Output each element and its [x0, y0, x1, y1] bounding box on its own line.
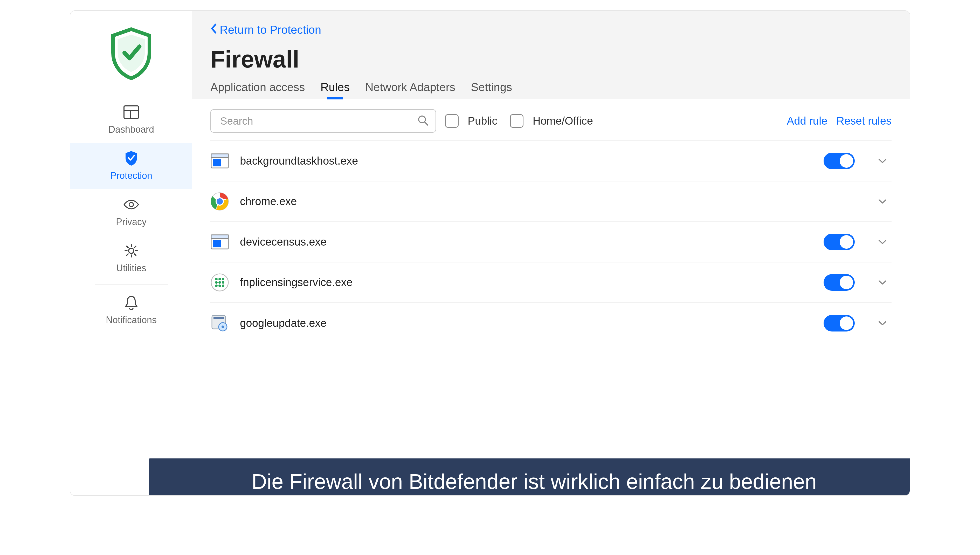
svg-point-22 — [222, 281, 224, 284]
sidebar-item-dashboard[interactable]: Dashboard — [70, 96, 192, 143]
dashboard-icon — [123, 104, 139, 120]
home-office-filter-label: Home/Office — [532, 115, 593, 127]
svg-point-19 — [222, 278, 224, 280]
svg-rect-8 — [211, 154, 228, 157]
tab-row: Application access Rules Network Adapter… — [210, 81, 892, 99]
eye-icon — [123, 196, 139, 213]
sidebar-item-label: Privacy — [116, 217, 147, 228]
reset-rules-link[interactable]: Reset rules — [836, 115, 892, 127]
rule-row: fnplicensingservice.exe — [210, 263, 892, 303]
svg-rect-0 — [124, 106, 139, 119]
sidebar-item-label: Dashboard — [109, 124, 154, 135]
expand-row[interactable] — [873, 280, 892, 285]
svg-point-3 — [129, 202, 133, 207]
search-input[interactable] — [210, 109, 436, 133]
rule-toggle[interactable] — [823, 152, 855, 169]
sidebar-item-label: Notifications — [106, 314, 157, 326]
rule-toggle[interactable] — [823, 234, 855, 250]
tab-rules[interactable]: Rules — [320, 81, 350, 99]
svg-rect-15 — [213, 240, 221, 247]
home-office-checkbox[interactable] — [510, 114, 523, 128]
tab-application-access[interactable]: Application access — [210, 81, 305, 99]
public-filter-label: Public — [468, 115, 497, 127]
caption-banner: Die Firewall von Bitdefender ist wirklic… — [148, 457, 910, 496]
svg-line-6 — [425, 122, 428, 125]
rule-toggle[interactable] — [823, 274, 855, 291]
expand-row[interactable] — [873, 199, 892, 204]
installer-app-icon — [210, 314, 229, 332]
public-checkbox[interactable] — [445, 114, 459, 128]
svg-point-17 — [215, 278, 217, 280]
rule-toggle[interactable] — [823, 315, 855, 332]
expand-row[interactable] — [873, 321, 892, 326]
svg-point-23 — [215, 284, 217, 287]
sidebar: Dashboard Protection Privacy Utilities — [70, 11, 192, 495]
rule-row: devicecensus.exe — [210, 222, 892, 263]
expand-row[interactable] — [873, 158, 892, 164]
svg-point-20 — [215, 281, 217, 284]
app-logo-icon — [108, 26, 155, 81]
tab-network-adapters[interactable]: Network Adapters — [365, 81, 455, 99]
rule-name: googleupdate.exe — [240, 317, 813, 329]
svg-point-24 — [218, 284, 221, 287]
shield-icon — [123, 150, 139, 167]
chevron-left-icon — [210, 23, 217, 36]
add-rule-link[interactable]: Add rule — [787, 115, 827, 127]
sidebar-item-utilities[interactable]: Utilities — [70, 235, 192, 281]
sidebar-item-protection[interactable]: Protection — [70, 143, 192, 189]
back-link-label: Return to Protection — [220, 23, 321, 36]
window-app-icon — [210, 233, 229, 251]
rule-name: fnplicensingservice.exe — [240, 276, 813, 289]
window-app-icon — [210, 152, 229, 170]
bell-icon — [123, 294, 139, 311]
back-link[interactable]: Return to Protection — [210, 23, 892, 36]
header-area: Return to Protection Firewall Applicatio… — [192, 11, 910, 99]
svg-rect-9 — [213, 159, 221, 167]
tab-settings[interactable]: Settings — [471, 81, 512, 99]
app-window: Dashboard Protection Privacy Utilities — [70, 10, 910, 496]
rule-row: chrome.exe — [210, 181, 892, 222]
svg-point-25 — [222, 284, 224, 287]
rule-row: googleupdate.exe — [210, 303, 892, 343]
page-title: Firewall — [210, 46, 892, 73]
rules-list: backgroundtaskhost.exe — [210, 140, 892, 343]
chrome-icon — [210, 192, 229, 211]
rule-name: backgroundtaskhost.exe — [240, 155, 813, 167]
search-icon — [417, 115, 429, 127]
svg-rect-27 — [214, 317, 224, 319]
svg-point-21 — [218, 281, 221, 284]
search-box — [210, 109, 436, 133]
dots-app-icon — [210, 273, 229, 292]
sidebar-item-notifications[interactable]: Notifications — [70, 287, 192, 333]
main: Return to Protection Firewall Applicatio… — [192, 11, 910, 495]
expand-row[interactable] — [873, 239, 892, 245]
rule-name: chrome.exe — [240, 195, 855, 208]
svg-rect-14 — [211, 235, 228, 239]
svg-point-4 — [129, 248, 134, 253]
sidebar-item-privacy[interactable]: Privacy — [70, 189, 192, 235]
sidebar-item-label: Protection — [110, 170, 152, 181]
content: Public Home/Office Add rule Reset rules … — [192, 99, 910, 495]
toolbar: Public Home/Office Add rule Reset rules — [210, 109, 892, 133]
sidebar-item-label: Utilities — [116, 263, 146, 274]
sidebar-divider — [95, 284, 168, 284]
rule-name: devicecensus.exe — [240, 236, 813, 248]
gear-icon — [123, 242, 139, 259]
svg-point-18 — [218, 278, 221, 280]
svg-point-12 — [217, 198, 223, 205]
svg-point-29 — [222, 326, 224, 328]
rule-row: backgroundtaskhost.exe — [210, 141, 892, 181]
